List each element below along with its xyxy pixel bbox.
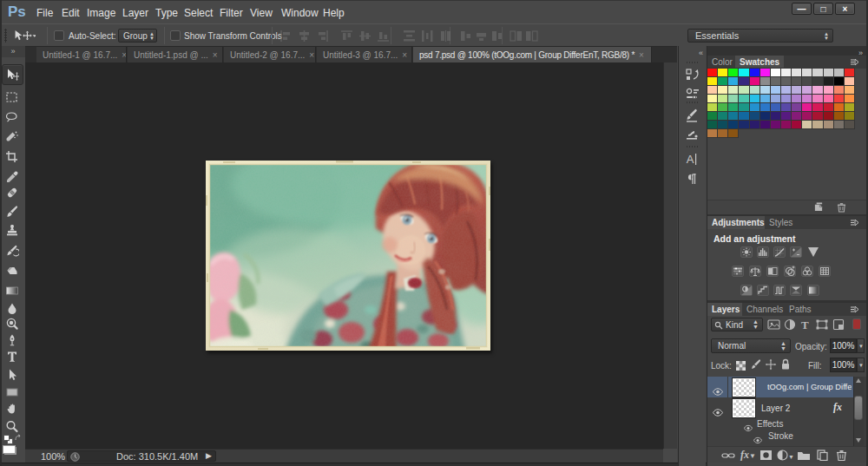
svg-text:A: A (687, 153, 694, 166)
